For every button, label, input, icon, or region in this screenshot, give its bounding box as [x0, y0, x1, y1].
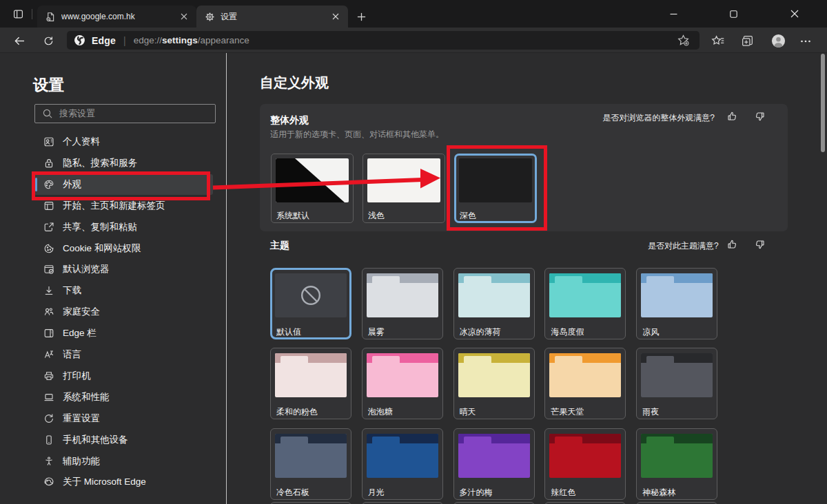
theme-tile[interactable]: 泡泡糖: [362, 348, 443, 419]
theme-tile[interactable]: 雨夜: [636, 348, 717, 419]
theme-thumbnail: [458, 273, 530, 317]
theme-tile[interactable]: 晨雾: [362, 268, 443, 339]
window-maximize-button[interactable]: [717, 0, 749, 28]
sidebar-item-label: 开始、主页和新建标签页: [63, 200, 165, 212]
sidebar-item-6[interactable]: Cookie 和网站权限: [33, 238, 213, 259]
tab-separator: [32, 9, 32, 19]
sidebar-item-13[interactable]: 系统和性能: [33, 387, 213, 408]
workspaces-button[interactable]: [9, 7, 27, 21]
thumbnail-tab: [280, 356, 308, 364]
theme-tile[interactable]: 晴天: [453, 348, 535, 419]
selected-accent-bar: [35, 178, 37, 191]
theme-tile[interactable]: 芒果天堂: [544, 348, 626, 419]
close-icon: [332, 13, 339, 20]
theme-thumbnail: [367, 434, 438, 478]
sidebar-item-1[interactable]: 个人资料: [33, 132, 213, 152]
theme-tile[interactable]: 月光: [362, 428, 443, 500]
collections-button[interactable]: [738, 32, 757, 50]
sidebar-title: 设置: [33, 74, 64, 96]
section-subtitle: 适用于新的选项卡、页面、对话框和其他菜单。: [270, 129, 444, 140]
download-icon: [43, 285, 54, 296]
settings-search-input[interactable]: 搜索设置: [34, 104, 216, 123]
add-favorite-button[interactable]: [677, 34, 690, 47]
thumbs-up-icon: [726, 239, 737, 250]
theme-tile[interactable]: 柔和的粉色: [270, 348, 351, 419]
accessibility-icon: [43, 456, 54, 467]
theme-tile[interactable]: 默认值: [270, 268, 351, 339]
theme-thumbnail: [275, 273, 347, 317]
sidebar-item-11[interactable]: 语言: [33, 344, 213, 365]
privacy-lock-icon: [43, 158, 54, 169]
theme-thumbnail: [275, 434, 347, 478]
theme-tile[interactable]: 辣红色: [544, 428, 626, 500]
tab-close-button[interactable]: [178, 11, 190, 22]
tab-google[interactable]: www.google.com.hk: [37, 6, 196, 28]
sidebar-item-17[interactable]: 关于 Microsoft Edge: [33, 472, 213, 492]
sidebar-item-3[interactable]: 外观: [33, 174, 213, 195]
tab-close-button[interactable]: [330, 11, 341, 22]
sidebar-item-7[interactable]: 默认浏览器: [33, 259, 213, 280]
theme-tile[interactable]: 海岛度假: [544, 268, 626, 339]
address-bar-url[interactable]: edge://settings/appearance: [134, 35, 249, 45]
thumbs-down-button[interactable]: [754, 238, 766, 251]
sidebar-item-label: 默认浏览器: [63, 263, 110, 275]
theme-tile[interactable]: 凉风: [636, 268, 717, 339]
overall-appearance-card: 整体外观 适用于新的选项卡、页面、对话框和其他菜单。 是否对浏览器的整体外观满意…: [260, 104, 788, 231]
collections-icon: [741, 34, 754, 48]
scrollbar-thumb[interactable]: [821, 54, 825, 152]
theme-label: 海岛度假: [551, 326, 584, 338]
sidebar-item-15[interactable]: 手机和其他设备: [33, 430, 213, 450]
sidebar-item-label: Edge 栏: [63, 327, 96, 339]
window-close-button[interactable]: [779, 0, 810, 28]
theme-thumbnail: [549, 434, 621, 478]
profile-avatar-button[interactable]: [769, 32, 788, 50]
appearance-option-dark[interactable]: 深色: [454, 154, 537, 223]
back-button[interactable]: [10, 32, 28, 50]
cookie-icon: [43, 243, 54, 254]
section-title: 整体外观: [270, 114, 309, 127]
theme-label: 晨雾: [368, 326, 385, 338]
tab-title: 设置: [221, 11, 330, 23]
sidebar-item-5[interactable]: 共享、复制和粘贴: [33, 217, 213, 238]
thumbnail-tab: [646, 437, 674, 445]
sidebar-item-9[interactable]: 家庭安全: [33, 302, 213, 322]
tab-settings[interactable]: 设置: [196, 6, 348, 28]
window-minimize-button[interactable]: [657, 0, 689, 28]
sidebar-item-10[interactable]: Edge 栏: [33, 323, 213, 344]
sidebar-item-12[interactable]: 打印机: [33, 366, 213, 386]
new-tab-button[interactable]: [354, 9, 369, 24]
appearance-palette-icon: [43, 179, 54, 190]
workspaces-icon: [13, 9, 23, 19]
maximize-icon: [730, 10, 737, 18]
thumbs-down-button[interactable]: [754, 110, 766, 123]
favorites-button[interactable]: [708, 32, 727, 50]
settings-page: 设置 搜索设置 个人资料隐私、搜索和服务外观开始、主页和新建标签页共享、复制和粘…: [0, 53, 827, 504]
sidebar-item-2[interactable]: 隐私、搜索和服务: [33, 153, 213, 174]
sidebar-item-4[interactable]: 开始、主页和新建标签页: [33, 196, 213, 216]
sidebar-item-16[interactable]: 辅助功能: [33, 451, 213, 472]
thumbs-down-icon: [755, 111, 766, 122]
theme-tile[interactable]: 多汁的梅: [453, 428, 535, 500]
sidebar-item-label: 下载: [63, 284, 81, 297]
theme-label: 凉风: [642, 326, 659, 338]
theme-tile[interactable]: 神秘森林: [636, 428, 717, 500]
refresh-button[interactable]: [39, 32, 57, 50]
sidebar-item-label: 打印机: [63, 370, 91, 382]
theme-tile[interactable]: 冷色石板: [270, 428, 351, 500]
settings-more-button[interactable]: [796, 32, 815, 50]
avatar-icon: [771, 34, 786, 48]
thumbs-up-button[interactable]: [726, 238, 738, 251]
thumbs-up-button[interactable]: [726, 110, 738, 123]
theme-tile[interactable]: 冰凉的薄荷: [453, 268, 535, 339]
feedback-question: 是否对浏览器的整体外观满意?: [602, 112, 715, 124]
favorites-star-icon: [711, 34, 725, 48]
appearance-option-light[interactable]: 浅色: [363, 154, 445, 223]
theme-label: 冰凉的薄荷: [460, 326, 501, 338]
thumbnail-tab: [464, 437, 491, 445]
theme-label: 冷色石板: [276, 487, 309, 498]
sidebar-item-8[interactable]: 下载: [33, 280, 213, 301]
sidebar-item-14[interactable]: 重置设置: [33, 408, 213, 429]
tab-title: www.google.com.hk: [61, 12, 178, 21]
address-bar[interactable]: Edge | edge://settings/appearance: [67, 31, 700, 50]
appearance-option-system-default[interactable]: 系统默认: [271, 154, 354, 223]
